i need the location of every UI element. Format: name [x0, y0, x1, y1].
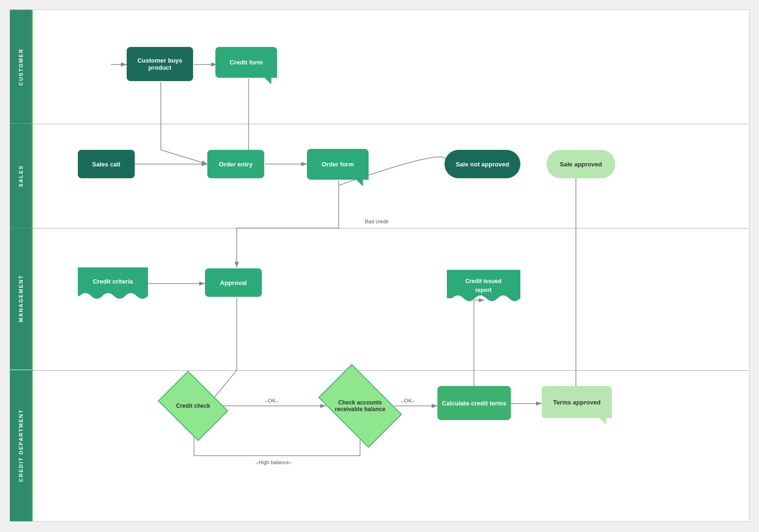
- svg-text:–High balance–: –High balance–: [256, 459, 292, 465]
- lane-divider-1: [33, 124, 749, 124]
- lane-label-management: MANAGEMENT: [10, 228, 32, 369]
- lane-label-sales: SALES: [10, 124, 32, 228]
- node-order-form[interactable]: Order form: [307, 149, 369, 180]
- svg-text:–OK–: –OK–: [401, 398, 415, 404]
- node-approval[interactable]: Approval: [205, 268, 262, 297]
- svg-text:–OK–: –OK–: [265, 398, 279, 404]
- node-credit-form[interactable]: Credit form: [215, 47, 277, 78]
- arrows-svg: Bad credit –OK– –OK– –High balance–: [33, 10, 749, 521]
- node-credit-criteria[interactable]: Credit criteria: [78, 267, 148, 300]
- lane-divider-3: [33, 370, 749, 371]
- node-check-accounts[interactable]: Check accounts receivable balance: [324, 382, 396, 430]
- node-sale-approved[interactable]: Sale approved: [546, 150, 615, 178]
- lane-divider-2: [33, 228, 749, 229]
- lane-label-customer: CUSTOMER: [10, 10, 32, 124]
- node-terms-approved[interactable]: Terms approved: [542, 386, 612, 418]
- node-sales-call[interactable]: Sales call: [78, 150, 135, 178]
- node-credit-issued[interactable]: Credit issued report: [447, 270, 520, 305]
- svg-text:Credit criteria: Credit criteria: [93, 278, 133, 285]
- svg-line-4: [161, 150, 207, 164]
- node-sale-not-approved[interactable]: Sale not approved: [444, 150, 520, 178]
- diagram-container: CUSTOMER SALES MANAGEMENT CREDIT DEPARTM…: [9, 9, 750, 522]
- diagram-area: Bad credit –OK– –OK– –High balance– Cust…: [33, 10, 749, 521]
- svg-text:Credit issued: Credit issued: [465, 278, 501, 284]
- lane-labels: CUSTOMER SALES MANAGEMENT CREDIT DEPARTM…: [10, 10, 33, 521]
- node-credit-check[interactable]: Credit check: [165, 385, 222, 427]
- node-calculate-credit[interactable]: Calculate credit terms: [437, 386, 511, 420]
- lane-label-credit: CREDIT DEPARTMENT: [10, 370, 32, 521]
- node-order-entry[interactable]: Order entry: [207, 150, 264, 178]
- node-customer-buys[interactable]: Customer buys product: [127, 47, 193, 81]
- svg-text:Bad credit: Bad credit: [365, 219, 389, 224]
- svg-text:report: report: [475, 287, 492, 294]
